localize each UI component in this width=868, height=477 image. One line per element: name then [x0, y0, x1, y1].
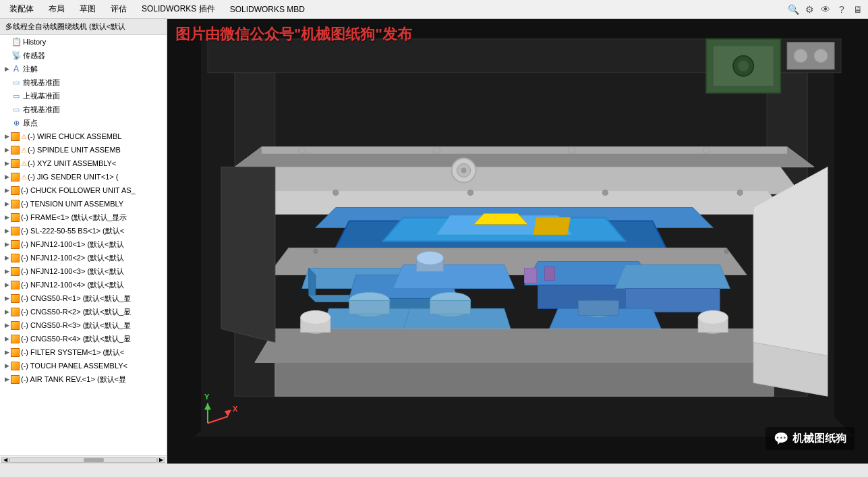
3d-viewport[interactable]: 图片由微信公众号"机械图纸狗"发布	[167, 19, 868, 464]
cngs2-label: (-) CNGS50-R<2> (默认<默认_显	[21, 307, 164, 317]
warning-icon-jig: ⚠	[21, 173, 27, 181]
svg-text:X: X	[233, 405, 238, 413]
air-tank-label: (-) AIR TANK REV.<1> (默认<显	[21, 374, 164, 385]
svg-marker-13	[248, 167, 801, 194]
warning-icon-xyz: ⚠	[21, 160, 27, 167]
scrollbar-right-arrow[interactable]: ▶	[157, 457, 165, 463]
frame-label: (-) FRAME<1> (默认<默认_显示	[21, 213, 164, 223]
search-toolbar-btn[interactable]: 🔍	[786, 2, 801, 17]
tree-item-wire-chuck[interactable]: ▶ ⚠ (-) WIRE CHUCK ASSEMBL	[0, 130, 167, 143]
front-plane-icon: ▭	[11, 77, 22, 88]
filter-asm-icon	[11, 348, 20, 357]
tree-area[interactable]: 📋 History 📡 传感器 ▶ A 注解 ▭ 前视基准面	[0, 35, 167, 455]
wechat-badge: 💬 机械图纸狗	[765, 427, 855, 450]
tree-item-chuck-follower[interactable]: ▶ (-) CHUCK FOLLOWER UNIT AS_	[0, 184, 167, 197]
tree-item-front-plane[interactable]: ▭ 前视基准面	[0, 76, 167, 89]
tree-item-cngs4[interactable]: ▶ (-) CNGS50-R<4> (默认<默认_显	[0, 332, 167, 345]
front-plane-label: 前视基准面	[23, 78, 164, 88]
expand-cngs4: ▶	[3, 335, 11, 343]
wechat-icon: 💬	[774, 431, 788, 446]
cngs1-label: (-) CNGS50-R<1> (默认<默认_显	[21, 293, 164, 304]
tree-item-cngs2[interactable]: ▶ (-) CNGS50-R<2> (默认<默认_显	[0, 305, 167, 318]
svg-point-64	[814, 49, 828, 63]
wire-chuck-label: (-) WIRE CHUCK ASSEMBL	[28, 132, 164, 140]
menu-sketch[interactable]: 草图	[73, 1, 103, 17]
tree-item-touch-panel[interactable]: ▶ (-) TOUCH PANEL ASSEMBLY<	[0, 359, 167, 372]
cngs2-asm-icon	[11, 308, 20, 316]
tree-item-nfjn4[interactable]: ▶ (-) NFJN12-100<4> (默认<默认	[0, 278, 167, 291]
expand-origin	[3, 119, 11, 127]
status-bar	[0, 464, 868, 477]
cngs3-label: (-) CNGS50-R<3> (默认<默认_显	[21, 320, 164, 331]
expand-nfjn1: ▶	[3, 240, 11, 248]
expand-cngs2: ▶	[3, 308, 11, 316]
tree-item-origin[interactable]: ⊕ 原点	[0, 116, 167, 130]
tree-item-cngs1[interactable]: ▶ (-) CNGS50-R<1> (默认<默认_显	[0, 291, 167, 305]
tree-item-top-plane[interactable]: ▭ 上视基准面	[0, 89, 167, 103]
sidebar-scrollbar[interactable]: ◀ ▶	[0, 455, 167, 464]
svg-marker-46	[255, 329, 774, 362]
tree-item-right-plane[interactable]: ▭ 右视基准面	[0, 103, 167, 116]
menu-sw-plugins[interactable]: SOLIDWORKS 插件	[135, 1, 222, 17]
sl222-asm-icon	[11, 227, 20, 235]
svg-point-72	[737, 190, 743, 196]
menu-evaluate[interactable]: 评估	[104, 1, 134, 17]
nfjn4-label: (-) NFJN12-100<4> (默认<默认	[21, 280, 164, 290]
tree-item-cngs3[interactable]: ▶ (-) CNGS50-R<3> (默认<默认_显	[0, 318, 167, 332]
chuck-follower-label: (-) CHUCK FOLLOWER UNIT AS_	[21, 186, 164, 194]
tree-item-jig-sender[interactable]: ▶ ⚠ (-) JIG SENDER UNIT<1> (	[0, 170, 167, 184]
svg-marker-33	[615, 264, 730, 288]
svg-point-69	[333, 190, 339, 196]
tree-item-nfjn3[interactable]: ▶ (-) NFJN12-100<3> (默认<默认	[0, 264, 167, 278]
tree-item-xyz-unit[interactable]: ▶ ⚠ (-) XYZ UNIT ASSEMBLY<	[0, 157, 167, 170]
settings-toolbar-btn[interactable]: ⚙	[802, 2, 817, 17]
tree-item-annotation[interactable]: ▶ A 注解	[0, 62, 167, 76]
tree-item-sl222[interactable]: ▶ (-) SL-222-50-55 BS<1> (默认<	[0, 224, 167, 237]
tree-item-tension-unit[interactable]: ▶ (-) TENSION UNIT ASSEMBLY	[0, 197, 167, 211]
tree-item-spindle-unit[interactable]: ▶ ⚠ (-) SPINDLE UNIT ASSEMB	[0, 143, 167, 157]
view-toolbar-btn[interactable]: 👁	[818, 2, 833, 17]
tree-item-history[interactable]: 📋 History	[0, 35, 167, 49]
jig-sender-label: (-) JIG SENDER UNIT<1> (	[28, 173, 164, 181]
svg-rect-42	[430, 300, 471, 314]
scrollbar-thumb[interactable]	[84, 458, 104, 462]
help-toolbar-btn[interactable]: ?	[834, 2, 849, 17]
wire-chuck-asm-icon	[11, 132, 20, 141]
wechat-text: 机械图纸狗	[792, 432, 846, 446]
display-toolbar-btn[interactable]: 🖥	[850, 2, 865, 17]
tree-item-air-tank[interactable]: ▶ (-) AIR TANK REV.<1> (默认<显	[0, 372, 167, 386]
expand-cngs1: ▶	[3, 294, 11, 302]
expand-history	[3, 38, 11, 46]
expand-xyz-unit: ▶	[3, 159, 11, 167]
touch-panel-asm-icon	[11, 362, 20, 370]
frame-asm-icon	[11, 213, 20, 222]
tree-item-sensor[interactable]: 📡 传感器	[0, 49, 167, 62]
history-label: History	[23, 38, 164, 46]
tension-unit-asm-icon	[11, 200, 20, 208]
expand-touch-panel: ▶	[3, 362, 11, 370]
tree-item-nfjn2[interactable]: ▶ (-) NFJN12-100<2> (默认<默认	[0, 251, 167, 264]
origin-icon: ⊕	[11, 117, 22, 128]
jig-sender-asm-icon	[11, 173, 20, 181]
menu-layout[interactable]: 布局	[42, 1, 71, 17]
menu-bar: 装配体 布局 草图 评估 SOLIDWORKS 插件 SOLIDWORKS MB…	[0, 0, 868, 19]
scrollbar-left-arrow[interactable]: ◀	[1, 457, 9, 463]
assembly-title: 多线程全自动线圈绕线机 (默认<默认	[0, 19, 167, 35]
svg-point-71	[602, 190, 608, 196]
svg-rect-38	[349, 300, 390, 314]
expand-sensor	[3, 51, 11, 59]
tree-item-filter[interactable]: ▶ (-) FILTER SYSTEM<1> (默认<	[0, 345, 167, 359]
xyz-unit-label: (-) XYZ UNIT ASSEMBLY<	[28, 159, 164, 167]
tree-item-frame[interactable]: ▶ (-) FRAME<1> (默认<默认_显示	[0, 211, 167, 224]
tree-item-nfjn1[interactable]: ▶ (-) NFJN12-100<1> (默认<默认	[0, 237, 167, 251]
menu-assembly[interactable]: 装配体	[3, 1, 40, 17]
expand-spindle-unit: ▶	[3, 146, 11, 154]
scrollbar-track[interactable]	[9, 457, 157, 463]
sl222-label: (-) SL-222-50-55 BS<1> (默认<	[21, 226, 164, 236]
svg-point-53	[461, 168, 467, 173]
nfjn3-asm-icon	[11, 267, 20, 276]
menu-sw-mbd[interactable]: SOLIDWORKS MBD	[223, 3, 312, 16]
top-plane-icon: ▭	[11, 90, 22, 101]
expand-chuck-follower: ▶	[3, 186, 11, 194]
cngs4-label: (-) CNGS50-R<4> (默认<默认_显	[21, 334, 164, 344]
